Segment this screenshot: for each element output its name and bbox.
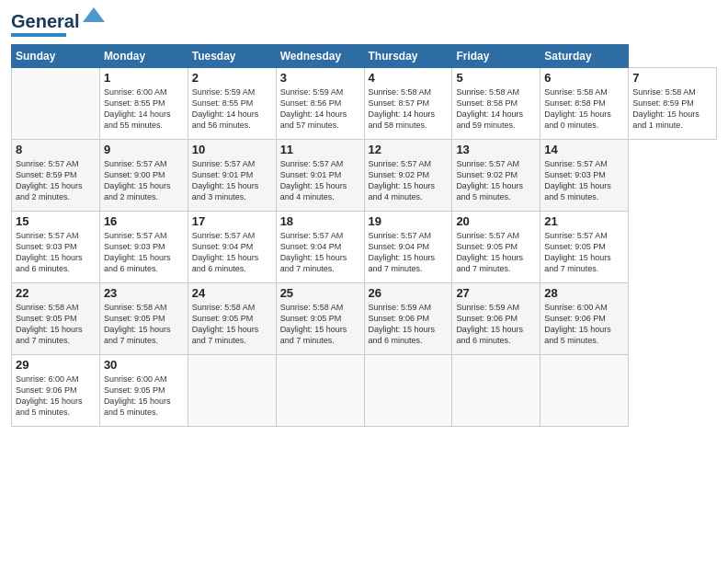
calendar-cell: 24Sunrise: 5:58 AM Sunset: 9:05 PM Dayli… [188, 283, 276, 355]
column-header-tuesday: Tuesday [188, 45, 276, 68]
calendar-cell: 20Sunrise: 5:57 AM Sunset: 9:05 PM Dayli… [452, 212, 540, 283]
day-number: 24 [192, 286, 272, 300]
svg-marker-0 [83, 7, 105, 22]
cell-content: Sunrise: 5:58 AM Sunset: 9:05 PM Dayligh… [104, 302, 184, 347]
cell-content: Sunrise: 5:57 AM Sunset: 9:02 PM Dayligh… [369, 158, 449, 203]
day-number: 9 [104, 143, 184, 156]
calendar-cell [452, 355, 540, 427]
calendar-cell: 8Sunrise: 5:57 AM Sunset: 8:59 PM Daylig… [12, 140, 100, 212]
column-header-friday: Friday [452, 45, 540, 68]
calendar-cell: 18Sunrise: 5:57 AM Sunset: 9:04 PM Dayli… [276, 212, 364, 283]
cell-content: Sunrise: 5:57 AM Sunset: 8:59 PM Dayligh… [16, 158, 96, 203]
column-header-monday: Monday [99, 45, 188, 68]
calendar-cell: 14Sunrise: 5:57 AM Sunset: 9:03 PM Dayli… [540, 140, 629, 212]
calendar-table: SundayMondayTuesdayWednesdayThursdayFrid… [11, 44, 717, 427]
cell-content: Sunrise: 5:58 AM Sunset: 9:05 PM Dayligh… [16, 302, 96, 347]
cell-content: Sunrise: 5:57 AM Sunset: 9:03 PM Dayligh… [16, 230, 96, 275]
day-number: 28 [544, 286, 624, 300]
calendar-week-row: 22Sunrise: 5:58 AM Sunset: 9:05 PM Dayli… [12, 283, 717, 355]
column-header-sunday: Sunday [12, 45, 100, 68]
calendar-week-row: 29Sunrise: 6:00 AM Sunset: 9:06 PM Dayli… [12, 355, 717, 427]
calendar-cell: 23Sunrise: 5:58 AM Sunset: 9:05 PM Dayli… [99, 283, 188, 355]
day-number: 27 [456, 286, 536, 300]
cell-content: Sunrise: 5:57 AM Sunset: 9:03 PM Dayligh… [104, 230, 184, 275]
day-number: 8 [16, 143, 96, 156]
calendar-cell: 10Sunrise: 5:57 AM Sunset: 9:01 PM Dayli… [188, 140, 276, 212]
calendar-cell: 11Sunrise: 5:57 AM Sunset: 9:01 PM Dayli… [276, 140, 364, 212]
day-number: 3 [280, 71, 360, 85]
calendar-header-row: SundayMondayTuesdayWednesdayThursdayFrid… [12, 45, 717, 68]
cell-content: Sunrise: 5:57 AM Sunset: 9:00 PM Dayligh… [104, 158, 184, 203]
cell-content: Sunrise: 5:59 AM Sunset: 9:06 PM Dayligh… [456, 302, 536, 347]
calendar-cell: 17Sunrise: 5:57 AM Sunset: 9:04 PM Dayli… [188, 212, 276, 283]
logo-divider [11, 33, 66, 37]
logo: General [11, 11, 107, 37]
cell-content: Sunrise: 5:57 AM Sunset: 9:04 PM Dayligh… [192, 230, 272, 275]
calendar-cell: 25Sunrise: 5:58 AM Sunset: 9:05 PM Dayli… [276, 283, 364, 355]
day-number: 16 [104, 214, 184, 228]
day-number: 19 [369, 214, 449, 228]
calendar-cell: 13Sunrise: 5:57 AM Sunset: 9:02 PM Dayli… [452, 140, 540, 212]
cell-content: Sunrise: 5:57 AM Sunset: 9:03 PM Dayligh… [544, 158, 624, 203]
calendar-cell: 3Sunrise: 5:59 AM Sunset: 8:56 PM Daylig… [276, 68, 364, 140]
day-number: 12 [369, 143, 449, 156]
day-number: 4 [369, 71, 449, 85]
calendar-cell: 5Sunrise: 5:58 AM Sunset: 8:58 PM Daylig… [452, 68, 540, 140]
calendar-cell: 22Sunrise: 5:58 AM Sunset: 9:05 PM Dayli… [12, 283, 100, 355]
day-number: 17 [192, 214, 272, 228]
calendar-cell: 15Sunrise: 5:57 AM Sunset: 9:03 PM Dayli… [12, 212, 100, 283]
cell-content: Sunrise: 5:58 AM Sunset: 8:58 PM Dayligh… [456, 86, 536, 132]
day-number: 20 [456, 214, 536, 228]
calendar-cell: 19Sunrise: 5:57 AM Sunset: 9:04 PM Dayli… [364, 212, 452, 283]
calendar-cell [364, 355, 452, 427]
column-header-wednesday: Wednesday [276, 45, 364, 68]
cell-content: Sunrise: 5:58 AM Sunset: 8:58 PM Dayligh… [544, 86, 624, 132]
cell-content: Sunrise: 5:57 AM Sunset: 9:01 PM Dayligh… [192, 158, 272, 203]
day-number: 5 [456, 71, 536, 85]
day-number: 18 [280, 214, 360, 228]
calendar-cell: 21Sunrise: 5:57 AM Sunset: 9:05 PM Dayli… [540, 212, 629, 283]
calendar-cell: 29Sunrise: 6:00 AM Sunset: 9:06 PM Dayli… [12, 355, 100, 427]
cell-content: Sunrise: 5:58 AM Sunset: 8:59 PM Dayligh… [632, 86, 712, 132]
column-header-saturday: Saturday [540, 45, 629, 68]
day-number: 14 [544, 143, 624, 156]
calendar-cell: 28Sunrise: 6:00 AM Sunset: 9:06 PM Dayli… [540, 283, 629, 355]
calendar-cell [188, 355, 276, 427]
calendar-cell: 2Sunrise: 5:59 AM Sunset: 8:55 PM Daylig… [188, 68, 276, 140]
day-number: 7 [632, 71, 712, 85]
day-number: 26 [369, 286, 449, 300]
calendar-week-row: 1Sunrise: 6:00 AM Sunset: 8:55 PM Daylig… [12, 68, 717, 140]
cell-content: Sunrise: 5:57 AM Sunset: 9:05 PM Dayligh… [544, 230, 624, 275]
day-number: 1 [104, 71, 184, 85]
day-number: 21 [544, 214, 624, 228]
cell-content: Sunrise: 6:00 AM Sunset: 9:06 PM Dayligh… [544, 302, 624, 347]
calendar-cell: 26Sunrise: 5:59 AM Sunset: 9:06 PM Dayli… [364, 283, 452, 355]
day-number: 29 [16, 358, 96, 372]
cell-content: Sunrise: 5:57 AM Sunset: 9:02 PM Dayligh… [456, 158, 536, 203]
logo-text: General [11, 11, 79, 31]
day-number: 25 [280, 286, 360, 300]
calendar-cell: 12Sunrise: 5:57 AM Sunset: 9:02 PM Dayli… [364, 140, 452, 212]
cell-content: Sunrise: 5:57 AM Sunset: 9:05 PM Dayligh… [456, 230, 536, 275]
calendar-cell: 7Sunrise: 5:58 AM Sunset: 8:59 PM Daylig… [629, 68, 717, 140]
cell-content: Sunrise: 5:58 AM Sunset: 8:57 PM Dayligh… [369, 86, 449, 132]
cell-content: Sunrise: 5:58 AM Sunset: 9:05 PM Dayligh… [192, 302, 272, 347]
cell-content: Sunrise: 5:59 AM Sunset: 8:55 PM Dayligh… [192, 86, 272, 132]
day-number: 15 [16, 214, 96, 228]
day-number: 6 [544, 71, 624, 85]
day-number: 22 [16, 286, 96, 300]
calendar-cell: 6Sunrise: 5:58 AM Sunset: 8:58 PM Daylig… [540, 68, 629, 140]
day-number: 11 [280, 143, 360, 156]
cell-content: Sunrise: 6:00 AM Sunset: 8:55 PM Dayligh… [104, 86, 184, 132]
cell-content: Sunrise: 5:59 AM Sunset: 8:56 PM Dayligh… [280, 86, 360, 132]
calendar-cell: 9Sunrise: 5:57 AM Sunset: 9:00 PM Daylig… [99, 140, 188, 212]
calendar-week-row: 8Sunrise: 5:57 AM Sunset: 8:59 PM Daylig… [12, 140, 717, 212]
page-header: General [11, 11, 717, 37]
cell-content: Sunrise: 6:00 AM Sunset: 9:05 PM Dayligh… [104, 373, 184, 419]
calendar-cell [540, 355, 629, 427]
cell-content: Sunrise: 5:59 AM Sunset: 9:06 PM Dayligh… [369, 302, 449, 347]
calendar-cell: 1Sunrise: 6:00 AM Sunset: 8:55 PM Daylig… [99, 68, 188, 140]
calendar-cell [12, 68, 100, 140]
column-header-thursday: Thursday [364, 45, 452, 68]
calendar-cell: 30Sunrise: 6:00 AM Sunset: 9:05 PM Dayli… [99, 355, 188, 427]
